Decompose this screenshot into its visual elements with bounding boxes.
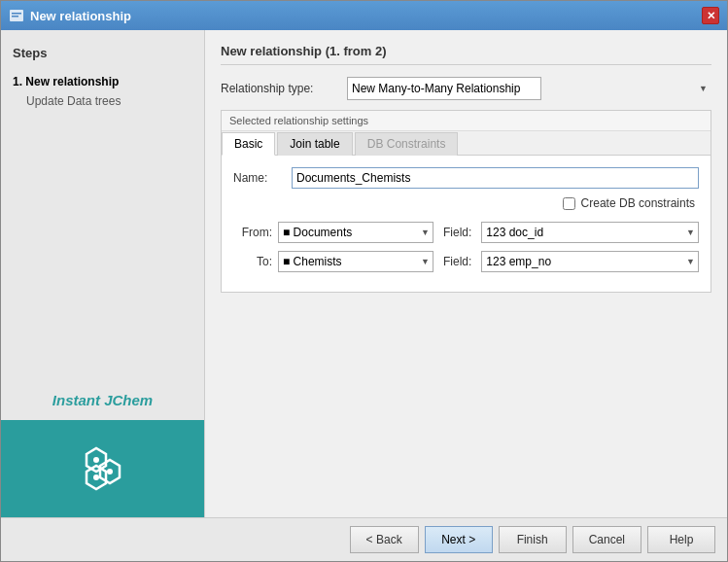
title-bar: New relationship ✕ bbox=[1, 1, 727, 30]
main-title: New relationship (1. from 2) bbox=[221, 44, 711, 65]
dialog: New relationship ✕ Steps 1. New relation… bbox=[0, 0, 728, 562]
svg-point-7 bbox=[107, 469, 113, 474]
next-button[interactable]: Next > bbox=[425, 526, 493, 553]
svg-point-8 bbox=[93, 474, 99, 480]
step-1: 1. New relationship bbox=[13, 72, 192, 91]
name-row: Name: bbox=[233, 167, 699, 189]
from-field-select[interactable]: 123 doc_id 123 emp_no bbox=[481, 222, 699, 243]
to-field-wrapper: 123 emp_no 123 doc_id bbox=[481, 251, 699, 272]
name-label: Name: bbox=[233, 171, 292, 185]
checkbox-row: Create DB constraints bbox=[233, 196, 699, 210]
from-field-wrapper: 123 doc_id 123 emp_no bbox=[481, 222, 699, 243]
settings-group: Selected relationship settings Basic Joi… bbox=[221, 110, 711, 293]
create-db-constraints-label: Create DB constraints bbox=[581, 196, 695, 210]
to-field-select[interactable]: 123 emp_no 123 doc_id bbox=[481, 251, 699, 272]
steps-title: Steps bbox=[13, 46, 192, 60]
tab-join-table[interactable]: Join table bbox=[277, 132, 352, 156]
svg-point-6 bbox=[93, 457, 99, 463]
settings-legend: Selected relationship settings bbox=[222, 111, 711, 131]
tabs-row: Basic Join table DB Constraints bbox=[222, 131, 711, 156]
dialog-title: New relationship bbox=[30, 9, 131, 23]
molecule-icon bbox=[69, 435, 137, 503]
step-2: Update Data trees bbox=[13, 91, 192, 111]
main-panel: New relationship (1. from 2) Relationshi… bbox=[205, 30, 727, 517]
sidebar: Steps 1. New relationship Update Data tr… bbox=[1, 30, 205, 517]
relationship-type-wrapper: New Many-to-Many Relationship New One-to… bbox=[347, 77, 711, 100]
help-button[interactable]: Help bbox=[647, 526, 715, 553]
to-field-label: Field: bbox=[443, 255, 471, 268]
tab-db-constraints[interactable]: DB Constraints bbox=[355, 132, 459, 156]
tab-basic[interactable]: Basic bbox=[222, 132, 275, 156]
svg-rect-1 bbox=[12, 13, 21, 15]
steps-list: 1. New relationship Update Data trees bbox=[13, 72, 192, 111]
from-row: From: ■ Documents ■ Chemists Field: 123 … bbox=[233, 222, 699, 243]
from-table-wrapper: ■ Documents ■ Chemists bbox=[278, 222, 433, 243]
dialog-icon bbox=[9, 8, 24, 23]
create-db-constraints-checkbox[interactable] bbox=[563, 197, 575, 210]
relationship-type-row: Relationship type: New Many-to-Many Rela… bbox=[221, 77, 711, 100]
close-button[interactable]: ✕ bbox=[702, 7, 719, 24]
to-table-select[interactable]: ■ Chemists ■ Documents bbox=[278, 251, 433, 272]
name-input[interactable] bbox=[292, 167, 699, 189]
tab-content: Name: Create DB constraints From: ■ Do bbox=[222, 156, 711, 292]
from-label: From: bbox=[233, 226, 272, 239]
relationship-type-select[interactable]: New Many-to-Many Relationship New One-to… bbox=[347, 77, 541, 100]
content-area: Steps 1. New relationship Update Data tr… bbox=[1, 30, 727, 517]
finish-button[interactable]: Finish bbox=[499, 526, 567, 553]
footer: < Back Next > Finish Cancel Help bbox=[1, 517, 727, 561]
sidebar-logo bbox=[1, 420, 204, 517]
from-field-label: Field: bbox=[443, 226, 471, 239]
brand-label: Instant JChem bbox=[1, 380, 204, 420]
to-label: To: bbox=[233, 255, 272, 268]
to-row: To: ■ Chemists ■ Documents Field: 123 em… bbox=[233, 251, 699, 272]
back-button[interactable]: < Back bbox=[350, 526, 419, 553]
cancel-button[interactable]: Cancel bbox=[572, 526, 641, 553]
svg-rect-2 bbox=[12, 16, 18, 18]
relationship-type-label: Relationship type: bbox=[221, 82, 347, 95]
from-table-select[interactable]: ■ Documents ■ Chemists bbox=[278, 222, 433, 243]
to-table-wrapper: ■ Chemists ■ Documents bbox=[278, 251, 433, 272]
